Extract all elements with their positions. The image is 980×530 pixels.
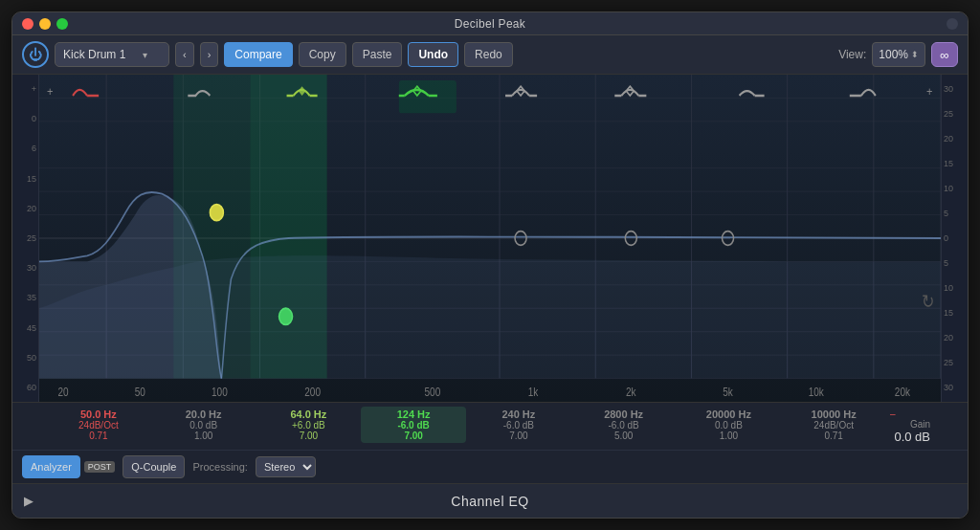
gain-value: 0.0 dB xyxy=(894,430,930,444)
svg-text:1k: 1k xyxy=(528,386,539,398)
analyzer-button[interactable]: Analyzer xyxy=(22,455,80,478)
eq-svg: 20 50 100 200 500 1k 2k 5k 10k 20k + + xyxy=(39,75,941,402)
preset-name: Kick Drum 1 xyxy=(63,48,125,61)
svg-point-53 xyxy=(210,205,223,221)
processing-label: Processing: xyxy=(192,461,247,473)
band-param-7[interactable]: 20000 Hz 0.0 dB 1.00 xyxy=(677,407,782,443)
band8-q: 0.71 xyxy=(824,431,842,441)
bottom-panel: 50.0 Hz 24dB/Oct 0.71 20.0 Hz 0.0 dB 1.0… xyxy=(12,402,968,483)
svg-text:+: + xyxy=(47,84,53,99)
band-param-6[interactable]: 2800 Hz -6.0 dB 5.00 xyxy=(571,407,677,443)
band4-q: 7.00 xyxy=(404,431,422,441)
view-label: View: xyxy=(838,48,866,61)
band-param-5[interactable]: 240 Hz -6.0 dB 7.00 xyxy=(466,407,571,443)
band5-gain: -6.0 dB xyxy=(503,420,534,431)
band-param-3[interactable]: 64.0 Hz +6.0 dB 7.00 xyxy=(256,407,362,443)
nav-forward-button[interactable]: › xyxy=(200,42,219,67)
title-bar: Decibel Peak xyxy=(12,12,968,35)
band3-gain: +6.0 dB xyxy=(292,420,325,431)
preset-selector[interactable]: Kick Drum 1 ▾ xyxy=(55,42,169,67)
svg-text:200: 200 xyxy=(304,386,321,398)
svg-text:50: 50 xyxy=(135,386,145,398)
svg-text:20k: 20k xyxy=(895,386,911,398)
traffic-lights xyxy=(22,18,68,30)
band8-gain: 24dB/Oct xyxy=(813,420,854,431)
band-params-row: 50.0 Hz 24dB/Oct 0.71 20.0 Hz 0.0 dB 1.0… xyxy=(12,403,968,451)
bottom-controls: Analyzer POST Q-Couple Processing: Stere… xyxy=(12,451,968,483)
band-param-4[interactable]: 124 Hz -6.0 dB 7.00 xyxy=(361,407,466,443)
nav-back-button[interactable]: ‹ xyxy=(175,42,194,67)
view-percent[interactable]: 100% ⬍ xyxy=(872,42,925,67)
processing-select[interactable]: Stereo Left Right Mid Side xyxy=(256,456,316,477)
minimize-button[interactable] xyxy=(39,18,51,30)
plugin-window: Decibel Peak ⏻ Kick Drum 1 ▾ ‹ › Compare… xyxy=(11,11,969,519)
right-db-labels: 30 25 20 15 10 5 0 5 10 15 20 25 30 xyxy=(941,75,968,402)
play-button[interactable]: ▶ xyxy=(24,494,33,508)
band1-q: 0.71 xyxy=(89,431,107,441)
band-param-8[interactable]: 10000 Hz 24dB/Oct 0.71 xyxy=(781,407,886,443)
preset-arrow-icon: ▾ xyxy=(143,50,147,60)
gain-readout: – Gain 0.0 dB xyxy=(886,407,934,446)
eq-main-area[interactable]: 20 50 100 200 500 1k 2k 5k 10k 20k + + xyxy=(39,75,941,402)
svg-text:5k: 5k xyxy=(723,386,733,398)
band2-freq: 20.0 Hz xyxy=(186,409,222,420)
power-button[interactable]: ⏻ xyxy=(22,41,49,68)
compare-button[interactable]: Compare xyxy=(224,42,292,67)
toolbar: ⏻ Kick Drum 1 ▾ ‹ › Compare Copy Paste U… xyxy=(12,35,968,75)
window-title: Decibel Peak xyxy=(455,17,525,31)
band5-q: 7.00 xyxy=(509,431,527,441)
svg-text:10k: 10k xyxy=(809,386,825,398)
svg-text:500: 500 xyxy=(425,386,441,398)
gain-dash: – xyxy=(890,409,896,419)
svg-text:+: + xyxy=(926,84,932,99)
power-icon: ⏻ xyxy=(29,47,42,62)
band2-q: 1.00 xyxy=(194,431,212,441)
band2-gain: 0.0 dB xyxy=(189,420,217,431)
maximize-button[interactable] xyxy=(56,18,68,30)
paste-button[interactable]: Paste xyxy=(352,42,403,67)
band7-q: 1.00 xyxy=(720,431,738,441)
close-button[interactable] xyxy=(22,18,33,30)
band-param-1[interactable]: 50.0 Hz 24dB/Oct 0.71 xyxy=(46,407,151,443)
undo-button[interactable]: Undo xyxy=(408,42,458,67)
svg-text:↻: ↻ xyxy=(922,292,934,313)
band4-freq: 124 Hz xyxy=(397,409,431,420)
eq-display: + 0 6 15 20 25 30 35 45 50 60 xyxy=(12,75,968,402)
band3-freq: 64.0 Hz xyxy=(290,409,326,420)
band8-freq: 10000 Hz xyxy=(812,409,857,420)
svg-text:100: 100 xyxy=(212,386,228,398)
svg-rect-29 xyxy=(399,80,457,113)
band1-gain: 24dB/Oct xyxy=(78,420,119,431)
footer: ▶ Channel EQ xyxy=(12,483,968,518)
band6-freq: 2800 Hz xyxy=(604,409,643,420)
redo-button[interactable]: Redo xyxy=(464,42,513,67)
band-param-2[interactable]: 20.0 Hz 0.0 dB 1.00 xyxy=(151,407,256,443)
band6-gain: -6.0 dB xyxy=(609,420,639,431)
link-button[interactable]: ∞ xyxy=(931,42,958,67)
q-couple-button[interactable]: Q-Couple xyxy=(122,455,185,478)
band4-gain: -6.0 dB xyxy=(397,420,429,431)
copy-button[interactable]: Copy xyxy=(299,42,346,67)
band5-freq: 240 Hz xyxy=(501,409,535,420)
svg-text:2k: 2k xyxy=(626,386,636,398)
band6-q: 5.00 xyxy=(614,431,633,441)
footer-title: Channel EQ xyxy=(451,494,528,509)
left-db-labels: + 0 6 15 20 25 30 35 45 50 60 xyxy=(12,75,39,402)
post-label: POST xyxy=(84,461,116,473)
view-stepper-icon: ⬍ xyxy=(911,50,919,59)
link-icon: ∞ xyxy=(940,48,948,62)
band3-q: 7.00 xyxy=(300,431,318,441)
band7-freq: 20000 Hz xyxy=(706,409,751,420)
gain-label: Gain xyxy=(910,419,930,430)
band1-freq: 50.0 Hz xyxy=(80,409,117,420)
svg-point-54 xyxy=(279,308,293,324)
band7-gain: 0.0 dB xyxy=(715,420,743,431)
expand-button[interactable] xyxy=(947,18,958,30)
svg-text:20: 20 xyxy=(57,386,68,398)
